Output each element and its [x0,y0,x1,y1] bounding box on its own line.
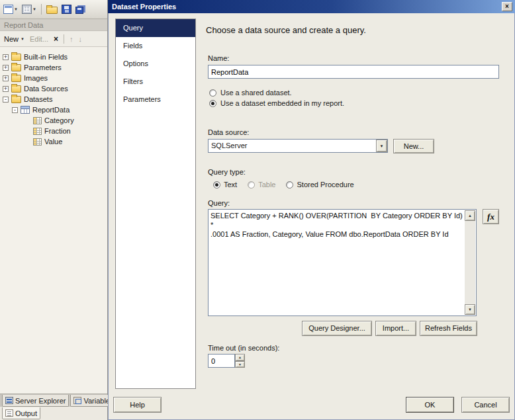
radio-query-type-text[interactable] [213,181,220,189]
dataset-properties-dialog: Dataset Properties × Query Fields Option… [108,0,515,420]
tree-item-field-fraction[interactable]: Fraction [0,126,107,136]
chevron-down-icon [14,7,18,11]
folder-icon [11,75,21,82]
tree-item-label: Category [44,116,74,124]
edit-button[interactable]: Edit... [30,35,48,43]
query-text-area[interactable]: SELECT Category + RANK() OVER(PARTITION … [208,209,477,316]
radio-embedded-dataset[interactable] [209,100,216,107]
field-icon [33,117,42,124]
move-down-icon[interactable]: ↓ [79,35,83,43]
toolbox-button[interactable] [21,2,38,17]
folder-icon [11,64,21,71]
open-file-button[interactable] [45,2,59,17]
spin-down-icon[interactable] [235,361,245,368]
report-data-tree: + Built-in Fields + Parameters + Images … [0,47,107,394]
folder-icon [11,85,21,93]
name-label: Name: [208,54,229,62]
expand-icon[interactable]: + [3,75,9,81]
scroll-down-icon[interactable] [465,304,475,315]
output-tab-strip: Output [0,407,107,420]
ok-button[interactable]: OK [406,397,454,413]
save-all-icon [75,7,83,14]
save-button[interactable] [60,2,73,17]
timeout-input[interactable] [208,354,235,368]
embedded-dataset-label: Use a dataset embedded in my report. [220,99,344,107]
output-icon [5,409,13,417]
toolbox-grid-icon [22,5,32,14]
save-icon [62,5,71,14]
new-menu-button[interactable]: New [4,35,24,43]
expand-icon[interactable]: + [3,54,9,60]
radio-shared-dataset[interactable] [209,89,216,97]
query-type-text-label: Text [224,181,237,189]
dialog-titlebar[interactable]: Dataset Properties × [108,0,515,13]
data-source-combobox[interactable]: SQLServer [208,139,388,153]
scroll-up-icon[interactable] [465,210,475,221]
query-type-table-label: Table [258,181,275,189]
report-data-toolbar: New Edit... × ↑ ↓ [0,31,107,47]
tree-item-field-value[interactable]: Value [0,136,107,147]
query-type-text-option[interactable]: Text [213,181,237,189]
toolbar-separator [64,34,64,44]
query-scrollbar[interactable] [465,210,475,315]
tree-item-field-category[interactable]: Category [0,115,107,126]
folder-icon [11,54,21,61]
open-folder-icon [46,7,58,14]
cancel-button[interactable]: Cancel [461,397,510,413]
tree-item-data-sources[interactable]: + Data Sources [0,83,107,94]
spin-up-icon[interactable] [235,354,245,361]
embedded-dataset-option[interactable]: Use a dataset embedded in my report. [209,99,344,107]
save-all-button[interactable] [74,2,87,17]
tree-item-parameters[interactable]: + Parameters [0,62,107,73]
new-data-source-button[interactable]: New... [393,139,434,153]
nav-item-options[interactable]: Options [116,55,195,73]
query-text[interactable]: SELECT Category + RANK() OVER(PARTITION … [211,211,463,239]
expand-icon[interactable]: + [3,65,9,71]
tab-server-explorer[interactable]: Server Explorer [2,395,69,407]
report-data-panel: Report Data New Edit... × ↑ ↓ + Built-in… [0,0,108,420]
nav-item-query[interactable]: Query [116,19,195,37]
tree-item-label: Value [44,138,62,146]
timeout-label: Time out (in seconds): [208,344,279,352]
delete-icon[interactable]: × [54,34,58,44]
tree-item-datasets[interactable]: - Datasets [0,94,107,105]
radio-query-type-stored-procedure[interactable] [286,181,293,189]
expand-icon[interactable]: + [3,86,9,92]
collapse-icon[interactable]: - [12,107,18,113]
new-menu-label: New [4,35,19,43]
expression-button[interactable]: fx [483,209,499,224]
close-icon[interactable]: × [502,2,512,11]
dialog-body: Query Fields Options Filters Parameters … [108,13,515,420]
query-type-stored-procedure-option[interactable]: Stored Procedure [286,181,353,189]
query-designer-button[interactable]: Query Designer... [302,321,372,336]
tree-item-images[interactable]: + Images [0,73,107,83]
tab-output[interactable]: Output [2,407,40,419]
nav-item-fields[interactable]: Fields [116,37,195,55]
nav-item-parameters[interactable]: Parameters [116,91,195,108]
move-up-icon[interactable]: ↑ [70,35,73,43]
tree-item-built-in-fields[interactable]: + Built-in Fields [0,52,107,62]
collapse-icon[interactable]: - [3,97,9,103]
help-button[interactable]: Help [113,397,162,413]
combo-dropdown-icon[interactable] [376,140,387,152]
tree-item-label: Parameters [24,63,62,71]
import-button[interactable]: Import... [375,321,416,336]
tab-label: Output [15,409,37,417]
page-heading: Choose a data source and create a query. [206,25,366,35]
tree-item-label: ReportData [32,106,70,114]
folder-icon [11,96,21,103]
nav-item-filters[interactable]: Filters [116,73,195,91]
add-item-button[interactable] [2,2,19,17]
query-label: Query: [208,199,230,207]
dialog-nav-list: Query Fields Options Filters Parameters [115,19,196,389]
shared-dataset-option[interactable]: Use a shared dataset. [209,89,292,97]
query-type-label: Query type: [208,168,246,176]
tree-item-label: Images [24,74,48,82]
name-input[interactable] [208,65,499,79]
field-icon [33,128,42,135]
query-type-table-option[interactable]: Table [248,181,275,189]
tree-item-reportdata-dataset[interactable]: - ReportData [0,105,107,115]
add-report-item-icon [3,5,13,14]
refresh-fields-button[interactable]: Refresh Fields [420,321,477,336]
dialog-title: Dataset Properties [112,3,502,11]
